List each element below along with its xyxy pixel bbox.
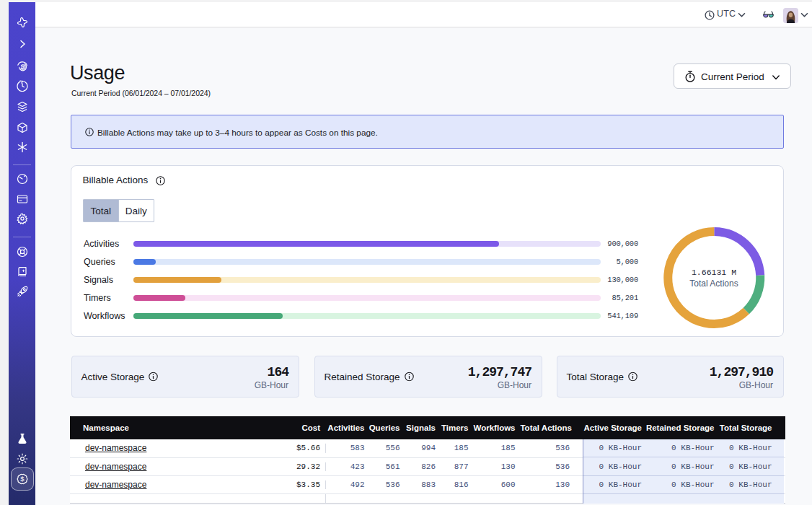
svg-text:$: $ <box>20 475 25 483</box>
